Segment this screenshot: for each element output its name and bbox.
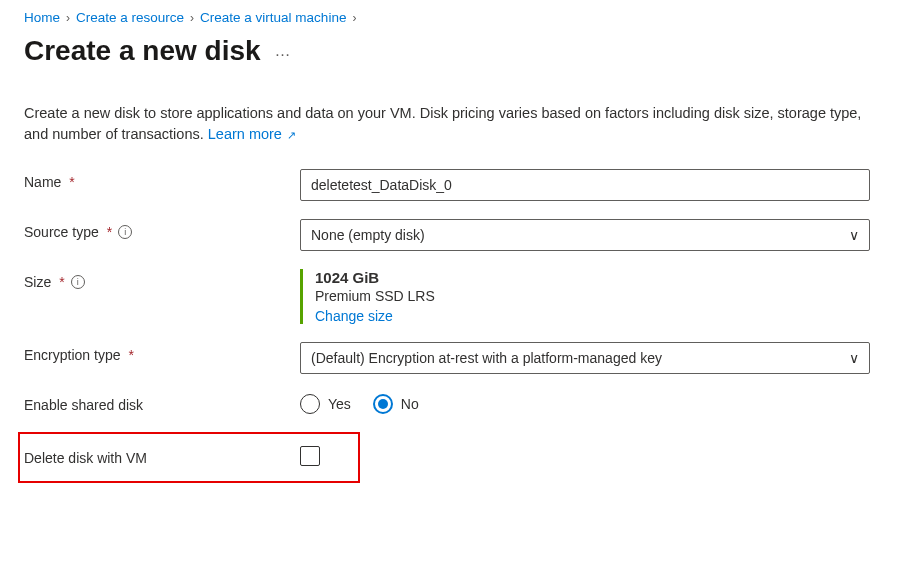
label-size: Size* i — [24, 269, 300, 290]
source-type-select[interactable]: None (empty disk) ∨ — [300, 219, 870, 251]
shared-yes-radio[interactable]: Yes — [300, 394, 351, 414]
radio-label: Yes — [328, 396, 351, 412]
info-icon[interactable]: i — [118, 225, 132, 239]
page-description: Create a new disk to store applications … — [24, 103, 874, 145]
row-name: Name* — [24, 169, 900, 201]
external-link-icon: ↗ — [284, 129, 296, 141]
select-value: None (empty disk) — [311, 227, 425, 243]
required-star: * — [59, 274, 64, 290]
radio-circle-icon — [300, 394, 320, 414]
chevron-right-icon: › — [352, 11, 356, 25]
breadcrumb: Home › Create a resource › Create a virt… — [24, 10, 900, 25]
radio-circle-icon — [373, 394, 393, 414]
row-size: Size* i 1024 GiB Premium SSD LRS Change … — [24, 269, 900, 324]
chevron-down-icon: ∨ — [849, 227, 859, 243]
size-block: 1024 GiB Premium SSD LRS Change size — [300, 269, 870, 324]
shared-no-radio[interactable]: No — [373, 394, 419, 414]
page-title: Create a new disk — [24, 35, 261, 67]
chevron-right-icon: › — [190, 11, 194, 25]
label-encryption: Encryption type* — [24, 342, 300, 363]
breadcrumb-create-vm[interactable]: Create a virtual machine — [200, 10, 346, 25]
required-star: * — [129, 347, 134, 363]
delete-with-vm-highlight: Delete disk with VM — [18, 432, 360, 483]
breadcrumb-home[interactable]: Home — [24, 10, 60, 25]
select-value: (Default) Encryption at-rest with a plat… — [311, 350, 662, 366]
size-type: Premium SSD LRS — [315, 288, 870, 304]
row-encryption: Encryption type* (Default) Encryption at… — [24, 342, 900, 374]
required-star: * — [69, 174, 74, 190]
change-size-link[interactable]: Change size — [315, 308, 393, 324]
chevron-right-icon: › — [66, 11, 70, 25]
page-title-row: Create a new disk … — [24, 35, 900, 67]
label-source-type: Source type* i — [24, 219, 300, 240]
row-shared-disk: Enable shared disk Yes No — [24, 392, 900, 414]
shared-disk-radio-group: Yes No — [300, 392, 870, 414]
learn-more-link[interactable]: Learn more ↗ — [208, 126, 296, 142]
description-text: Create a new disk to store applications … — [24, 105, 861, 142]
delete-with-vm-checkbox[interactable] — [300, 446, 320, 466]
label-delete-with-vm: Delete disk with VM — [24, 450, 300, 466]
size-value: 1024 GiB — [315, 269, 870, 286]
info-icon[interactable]: i — [71, 275, 85, 289]
row-source-type: Source type* i None (empty disk) ∨ — [24, 219, 900, 251]
form: Name* Source type* i None (empty disk) ∨… — [24, 169, 900, 483]
chevron-down-icon: ∨ — [849, 350, 859, 366]
breadcrumb-create-resource[interactable]: Create a resource — [76, 10, 184, 25]
label-shared-disk: Enable shared disk — [24, 392, 300, 413]
more-icon[interactable]: … — [275, 43, 293, 59]
radio-label: No — [401, 396, 419, 412]
encryption-select[interactable]: (Default) Encryption at-rest with a plat… — [300, 342, 870, 374]
label-name: Name* — [24, 169, 300, 190]
name-input[interactable] — [300, 169, 870, 201]
required-star: * — [107, 224, 112, 240]
